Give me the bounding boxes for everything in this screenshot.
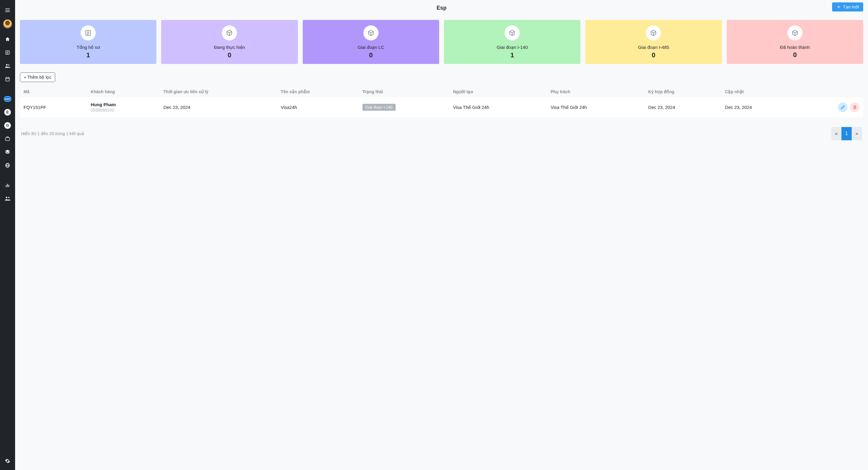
cell-assignee: Visa Thế Giới 24h xyxy=(547,97,644,117)
cell-priority: Dec 23, 2024 xyxy=(160,97,277,117)
home-icon xyxy=(3,35,12,44)
svg-rect-19 xyxy=(8,185,9,187)
nav-g[interactable]: G xyxy=(0,119,15,132)
col-header[interactable]: Phụ trách xyxy=(547,86,644,97)
bar-chart-icon xyxy=(3,181,12,190)
col-header[interactable]: Tên sản phẩm xyxy=(277,86,359,97)
cell-product: Visa24h xyxy=(277,97,359,117)
menu-toggle[interactable] xyxy=(0,4,15,17)
nav-globe[interactable] xyxy=(0,159,15,172)
main-content: Esp Tạo mới Tổng hồ sơ1Đang thực hiện0Gi… xyxy=(15,0,868,470)
briefcase-icon xyxy=(3,134,12,143)
graduation-cap-icon xyxy=(3,148,12,157)
cell-customer: Hung Pham0938068100 xyxy=(87,97,160,117)
stat-card-1[interactable]: Đang thực hiện0 xyxy=(161,20,298,64)
cell-updated: Dec 23, 2024 xyxy=(721,97,798,117)
create-button-label: Tạo mới xyxy=(843,4,859,9)
edit-button[interactable] xyxy=(838,102,847,112)
col-header[interactable]: Cập nhật xyxy=(721,86,798,97)
nav-esp[interactable]: ESP xyxy=(0,92,15,105)
svg-point-7 xyxy=(6,64,7,65)
results-info: Hiển thị 1 đến 20 trong 1 kết quả xyxy=(21,131,84,136)
pencil-icon xyxy=(840,105,845,109)
plus-icon xyxy=(836,4,841,9)
stat-label: Giai đoạn I-485 xyxy=(638,45,669,50)
status-badge: Giai đoạn I-140 xyxy=(363,104,396,111)
stat-card-3[interactable]: Giai đoạn I-1401 xyxy=(444,20,580,64)
page-header: Esp Tạo mới xyxy=(20,2,863,13)
letter-g-icon: G xyxy=(4,122,11,129)
data-table: MãKhách hàngThời gian ưu tiên xử lýTên s… xyxy=(20,86,863,117)
stat-label: Tổng hồ sơ xyxy=(77,45,100,50)
stat-value: 1 xyxy=(510,51,514,59)
cell-actions xyxy=(798,97,863,117)
col-header[interactable]: Khách hàng xyxy=(87,86,160,97)
col-header[interactable]: Mã xyxy=(20,86,87,97)
page-title: Esp xyxy=(436,5,446,11)
page-next[interactable]: » xyxy=(852,127,862,140)
stat-label: Giai đoạn LC xyxy=(358,45,384,50)
table-header-row: MãKhách hàngThời gian ưu tiên xử lýTên s… xyxy=(20,86,863,97)
sidebar: ESP E G xyxy=(0,0,15,470)
add-filter-button[interactable]: + Thêm bộ lọc xyxy=(20,72,55,82)
table-row[interactable]: FQY151PFHung Pham0938068100Dec 23, 2024V… xyxy=(20,97,863,117)
stat-label: Đang thực hiện xyxy=(214,45,245,50)
newspaper-icon xyxy=(3,48,12,57)
nav-news[interactable] xyxy=(0,46,15,59)
nav-calendar[interactable] xyxy=(0,72,15,86)
table-footer: Hiển thị 1 đến 20 trong 1 kết quả « 1 » xyxy=(20,127,863,140)
stat-label: Đã hoàn thành xyxy=(780,45,810,50)
delete-button[interactable] xyxy=(850,102,860,112)
svg-point-20 xyxy=(6,197,7,198)
globe-icon xyxy=(3,161,12,170)
stat-icon xyxy=(81,25,96,40)
stat-value: 1 xyxy=(86,51,90,59)
svg-point-21 xyxy=(8,197,9,198)
avatar[interactable] xyxy=(3,19,12,28)
nav-team[interactable] xyxy=(0,192,15,205)
nav-education[interactable] xyxy=(0,146,15,159)
col-header[interactable]: Trạng thái xyxy=(359,86,450,97)
svg-point-8 xyxy=(8,65,9,66)
stat-value: 0 xyxy=(227,51,231,59)
hamburger-icon xyxy=(3,6,12,15)
gear-icon xyxy=(3,457,12,466)
esp-icon: ESP xyxy=(4,96,11,102)
svg-rect-13 xyxy=(5,137,10,140)
cell-code: FQY151PF xyxy=(20,97,87,117)
col-header[interactable]: Thời gian ưu tiên xử lý xyxy=(160,86,277,97)
stats-row: Tổng hồ sơ1Đang thực hiện0Giai đoạn LC0G… xyxy=(20,20,863,64)
calendar-icon xyxy=(3,74,12,84)
table-body: FQY151PFHung Pham0938068100Dec 23, 2024V… xyxy=(20,97,863,117)
cell-contract: Dec 23, 2024 xyxy=(645,97,721,117)
nav-settings[interactable] xyxy=(0,454,15,468)
letter-e-icon: E xyxy=(4,109,11,116)
stat-icon xyxy=(787,25,803,40)
nav-briefcase[interactable] xyxy=(0,132,15,146)
cell-creator: Visa Thế Giới 24h xyxy=(450,97,547,117)
nav-home[interactable] xyxy=(0,33,15,46)
nav-users[interactable] xyxy=(0,59,15,72)
stat-value: 0 xyxy=(793,51,797,59)
col-actions xyxy=(798,86,863,97)
stat-icon xyxy=(222,25,237,40)
stat-card-0[interactable]: Tổng hồ sơ1 xyxy=(20,20,156,64)
stat-card-4[interactable]: Giai đoạn I-4850 xyxy=(585,20,722,64)
stat-icon xyxy=(646,25,661,40)
page-prev[interactable]: « xyxy=(831,127,841,140)
stat-icon xyxy=(505,25,520,40)
svg-rect-9 xyxy=(6,77,9,81)
page-1[interactable]: 1 xyxy=(841,127,852,140)
nav-stats[interactable] xyxy=(0,179,15,192)
stat-value: 0 xyxy=(369,51,373,59)
svg-rect-18 xyxy=(7,184,8,187)
create-button[interactable]: Tạo mới xyxy=(832,2,863,11)
col-header[interactable]: Người tạo xyxy=(450,86,547,97)
team-icon xyxy=(3,194,12,203)
stat-card-2[interactable]: Giai đoạn LC0 xyxy=(303,20,439,64)
stat-card-5[interactable]: Đã hoàn thành0 xyxy=(727,20,863,64)
col-header[interactable]: Ký hợp đồng xyxy=(645,86,721,97)
nav-e[interactable]: E xyxy=(0,105,15,119)
stat-icon xyxy=(363,25,378,40)
users-icon xyxy=(3,61,12,70)
